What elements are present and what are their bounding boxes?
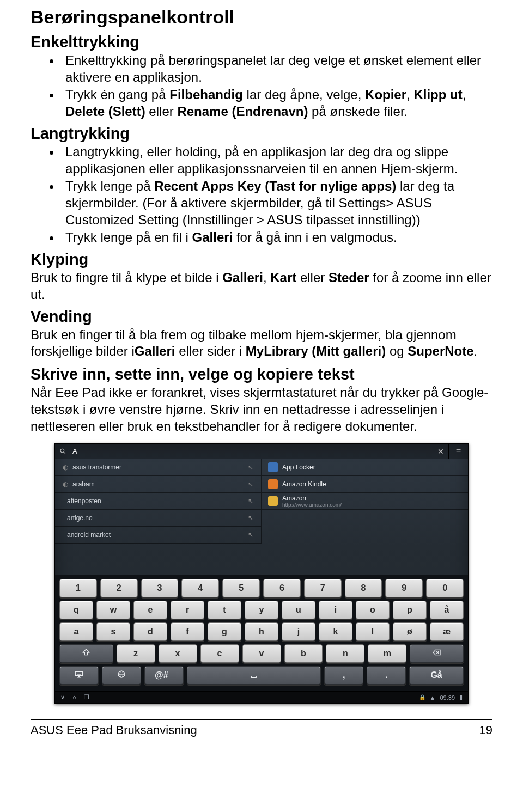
search-icon[interactable] <box>55 444 70 459</box>
list-item: Trykk lenge på en fil i Galleri for å gå… <box>61 229 492 246</box>
menu-icon[interactable]: ≡ <box>448 444 468 459</box>
key-2[interactable]: 2 <box>100 579 138 597</box>
bold: Galleri <box>222 270 263 285</box>
key-g[interactable]: g <box>208 622 241 641</box>
key-y[interactable]: y <box>245 601 278 619</box>
suggestion-item[interactable]: artige.no↖ <box>55 510 261 527</box>
heading-klyping: Klyping <box>31 251 492 268</box>
backspace-key[interactable] <box>410 644 464 663</box>
suggestion-item[interactable]: android market↖ <box>55 527 261 544</box>
key-m[interactable]: m <box>368 644 406 663</box>
suggestion-item[interactable]: ◐arabam↖ <box>55 476 261 493</box>
back-icon[interactable]: ∨ <box>60 694 65 701</box>
app-result-item[interactable]: Amazonhttp://www.amazon.com/ <box>262 493 468 510</box>
text: . <box>474 344 478 358</box>
clear-icon[interactable]: ✕ <box>433 444 448 459</box>
key-v[interactable]: v <box>242 644 281 663</box>
key-q[interactable]: q <box>59 601 93 619</box>
key-c[interactable]: c <box>200 644 239 663</box>
page-footer: ASUS Eee Pad Bruksanvisning 19 <box>31 723 492 748</box>
footer-title: ASUS Eee Pad Bruksanvisning <box>31 723 197 737</box>
footer-divider <box>31 719 492 720</box>
shift-key[interactable] <box>59 644 113 663</box>
key-ø[interactable]: ø <box>393 622 427 641</box>
key-9[interactable]: 9 <box>385 579 423 597</box>
list-item: Langtrykking, eller holding, på en appli… <box>61 144 492 177</box>
arrow-icon: ↖ <box>248 497 253 505</box>
tablet-screenshot: ✕ ≡ ◐asus transformer↖ ◐arabam↖ aftenpos… <box>54 443 469 704</box>
key-d[interactable]: d <box>133 622 167 641</box>
arrow-icon: ↖ <box>248 514 253 522</box>
list-item: Enkelttrykking på berøringspanelet lar d… <box>61 52 492 86</box>
bold: Steder <box>329 270 369 285</box>
suggestion-item[interactable]: aftenposten↖ <box>55 493 261 510</box>
shift-icon <box>82 648 90 659</box>
space-icon: ⎵ <box>251 670 257 680</box>
text: , <box>463 87 466 102</box>
key-5[interactable]: 5 <box>222 579 260 597</box>
key-3[interactable]: 3 <box>141 579 179 597</box>
status-area: 🔒 ▲ 09.39 ▮ <box>419 694 463 701</box>
key-u[interactable]: u <box>282 601 315 619</box>
keyboard-icon <box>75 670 83 681</box>
key-i[interactable]: i <box>319 601 352 619</box>
key-n[interactable]: n <box>326 644 364 663</box>
text: eller <box>296 270 329 285</box>
home-icon[interactable]: ⌂ <box>72 694 76 701</box>
text: på ønskede filer. <box>308 104 408 119</box>
hide-keyboard-key[interactable] <box>59 666 99 685</box>
key-z[interactable]: z <box>117 644 155 663</box>
key-å[interactable]: å <box>430 601 464 619</box>
svg-line-1 <box>64 452 65 454</box>
key-7[interactable]: 7 <box>304 579 342 597</box>
key-e[interactable]: e <box>133 601 167 619</box>
battery-icon: ▮ <box>459 694 463 701</box>
key-0[interactable]: 0 <box>426 579 464 597</box>
period-key[interactable]: . <box>367 666 406 685</box>
key-b[interactable]: b <box>284 644 323 663</box>
app-name: App Locker <box>282 463 315 471</box>
space-key[interactable]: ⎵ <box>187 666 321 685</box>
app-subtitle: http://www.amazon.com/ <box>282 502 342 508</box>
key-h[interactable]: h <box>245 622 278 641</box>
key-4[interactable]: 4 <box>181 579 219 597</box>
key-w[interactable]: w <box>96 601 130 619</box>
key-æ[interactable]: æ <box>430 622 464 641</box>
recent-icon[interactable]: ❐ <box>84 694 89 701</box>
heading-vending: Vending <box>31 308 492 326</box>
key-8[interactable]: 8 <box>345 579 382 597</box>
arrow-icon: ↖ <box>248 480 253 488</box>
text: Langtrykking, eller holding, på en appli… <box>65 144 458 176</box>
key-p[interactable]: p <box>393 601 427 619</box>
key-6[interactable]: 6 <box>263 579 301 597</box>
wifi-icon: ▲ <box>430 694 436 701</box>
heading-langtrykking: Langtrykking <box>31 125 492 143</box>
key-k[interactable]: k <box>319 622 352 641</box>
key-s[interactable]: s <box>96 622 130 641</box>
bold: Rename (Endrenavn) <box>177 104 308 119</box>
key-a[interactable]: a <box>59 622 93 641</box>
key-r[interactable]: r <box>171 601 204 619</box>
keyboard-row-1: 1234567890 <box>59 579 464 597</box>
text: og <box>386 344 408 358</box>
suggestion-item[interactable]: ◐asus transformer↖ <box>55 459 261 476</box>
app-result-item[interactable]: Amazon Kindle <box>262 476 468 493</box>
text: eller sider i <box>175 344 245 358</box>
key-o[interactable]: o <box>356 601 390 619</box>
key-x[interactable]: x <box>159 644 197 663</box>
search-suggestions: ◐asus transformer↖ ◐arabam↖ aftenposten↖… <box>55 459 262 544</box>
key-1[interactable]: 1 <box>59 579 97 597</box>
onscreen-keyboard: 1234567890 qwertyuiopå asdfghjkløæ zxcvb… <box>55 575 468 691</box>
symbols-key[interactable]: @#_ <box>144 666 184 685</box>
app-result-item[interactable]: App Locker <box>262 459 468 476</box>
key-f[interactable]: f <box>171 622 204 641</box>
search-input[interactable] <box>70 444 433 459</box>
go-key[interactable]: Gå <box>409 666 464 685</box>
language-key[interactable] <box>102 666 141 685</box>
key-j[interactable]: j <box>282 622 315 641</box>
key-t[interactable]: t <box>208 601 241 619</box>
text: Bruk to fingre til å klype et bilde i <box>31 270 222 285</box>
comma-key[interactable]: , <box>324 666 363 685</box>
key-l[interactable]: l <box>356 622 390 641</box>
heading-enkelttrykking: Enkelttrykking <box>31 33 492 51</box>
